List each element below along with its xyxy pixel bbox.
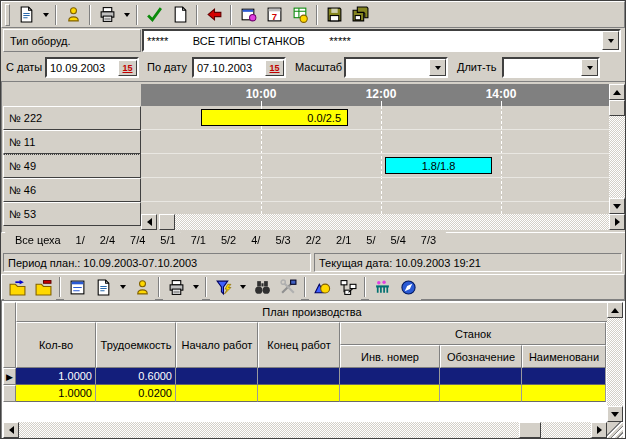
table-cell[interactable] [258,385,340,402]
gantt-row-label[interactable]: № 222 [3,106,141,130]
workshop-tab[interactable]: 5/1 [150,232,185,249]
table-cell[interactable]: 0.0200 [96,385,176,402]
confirm-button[interactable] [141,2,167,27]
workshop-tab[interactable]: 2/2 [296,232,331,249]
date-from-field[interactable]: 10.09.2003 15 [45,57,139,78]
workshop-tab[interactable]: 2/4 [90,232,125,249]
workshop-tab[interactable]: Все цеха [5,232,71,251]
gantt-row-label[interactable]: № 11 [3,130,141,154]
workshop-tab[interactable]: 7/3 [411,232,446,249]
table-cell[interactable] [340,368,440,385]
report-button[interactable] [13,2,39,27]
gantt-horizontal-scrollbar[interactable] [141,214,625,230]
scrollbar-track[interactable] [609,116,625,198]
table-cell[interactable] [176,385,258,402]
workshop-tab[interactable]: 1/ [66,232,95,249]
column-header[interactable]: Наименовани [522,345,606,368]
shapes-button[interactable] [309,275,335,300]
gantt-vertical-scrollbar[interactable] [609,84,625,214]
workshop-tab[interactable]: 5/3 [265,232,300,249]
table-row[interactable]: 1.00000.6000 [16,368,606,385]
form-pin-button[interactable] [235,2,261,27]
column-header[interactable]: Начало работ [176,322,258,368]
back-button[interactable] [201,2,227,27]
table-cell[interactable] [340,385,440,402]
scrollbar-track[interactable] [175,214,609,230]
date-to-calendar-button[interactable]: 15 [265,60,284,76]
save-all-button[interactable] [347,2,373,27]
workshop-tab[interactable]: 5/ [356,232,385,249]
table-cell[interactable] [258,368,340,385]
help-button[interactable] [60,2,86,27]
folder-remove-button[interactable] [30,275,56,300]
gantt-row-label[interactable]: № 53 [3,202,141,226]
table-alarm-button[interactable] [287,2,313,27]
report-button[interactable] [90,275,116,300]
workshop-tab[interactable]: 7/1 [181,232,216,249]
new-document-button[interactable] [167,2,193,27]
form-button[interactable] [64,275,90,300]
filter-button-dropdown[interactable] [236,275,249,300]
duration-combobox[interactable] [502,57,600,78]
report-button-dropdown[interactable] [116,275,129,300]
table-row[interactable]: 1.00000.0200 [16,385,606,402]
table-cell[interactable] [522,368,606,385]
chevron-down-icon[interactable] [581,59,598,76]
filter-button[interactable] [210,275,236,300]
gantt-row-label[interactable]: № 49 [3,154,141,178]
scroll-right-icon[interactable] [591,422,607,438]
equipment-type-combobox[interactable]: ***** ВСЕ ТИПЫ СТАНКОВ ***** [142,29,621,52]
save-button[interactable] [321,2,347,27]
flowchart-button[interactable] [335,275,361,300]
scrollbar-track[interactable] [607,318,623,406]
scroll-down-icon[interactable] [607,406,623,422]
scrollbar-track[interactable] [19,422,591,438]
scroll-up-icon[interactable] [609,84,625,100]
toolbar-grip[interactable] [5,4,10,26]
chevron-down-icon[interactable] [429,59,446,76]
column-header[interactable]: Инв. номер [340,345,440,368]
workshop-tab[interactable]: 5/4 [381,232,416,249]
report-button-dropdown[interactable] [39,2,52,27]
scroll-up-icon[interactable] [607,302,623,318]
print-button[interactable] [163,275,189,300]
scroll-right-icon[interactable] [609,214,625,230]
table-cell[interactable]: 0.6000 [96,368,176,385]
table-cell[interactable]: 1.0000 [16,385,96,402]
gantt-task-bar[interactable]: 0.0/2.5 [201,109,348,126]
table-cell[interactable] [176,368,258,385]
workshop-tab[interactable]: 5/2 [211,232,246,249]
scrollbar-thumb[interactable] [519,422,541,438]
scrollbar-thumb[interactable] [609,100,625,116]
help-button[interactable] [129,275,155,300]
gantt-task-bar[interactable]: 1.8/1.8 [385,157,492,174]
find-button[interactable] [249,275,275,300]
resize-grip[interactable] [607,422,623,438]
table-cell[interactable]: 1.0000 [16,368,96,385]
grid-horizontal-scrollbar[interactable] [3,422,607,438]
chevron-down-icon[interactable] [602,31,619,50]
folder-add-button[interactable] [4,275,30,300]
workshop-tab[interactable]: 4/ [241,232,270,249]
workshop-tab[interactable]: 7/4 [120,232,155,249]
comb-schedule-button[interactable] [369,275,395,300]
scroll-down-icon[interactable] [609,198,625,214]
scale-combobox[interactable] [344,57,448,78]
column-header[interactable]: Трудоемкость [96,322,176,368]
table-cell[interactable] [440,385,522,402]
tools-button[interactable] [275,275,301,300]
date-from-calendar-button[interactable]: 15 [118,60,137,76]
compass-button[interactable] [395,275,421,300]
column-header[interactable]: Конец работ [258,322,340,368]
scroll-left-icon[interactable] [3,422,19,438]
column-header[interactable]: Обозначение [440,345,522,368]
print-button-dropdown[interactable] [120,2,133,27]
scrollbar-thumb[interactable] [159,214,175,230]
print-button[interactable] [94,2,120,27]
scroll-left-icon[interactable] [141,214,157,230]
grid-vertical-scrollbar[interactable] [607,302,623,422]
table-cell[interactable] [440,368,522,385]
calendar-button[interactable]: 7 [261,2,287,27]
table-cell[interactable] [522,385,606,402]
workshop-tab[interactable]: 2/1 [326,232,361,249]
